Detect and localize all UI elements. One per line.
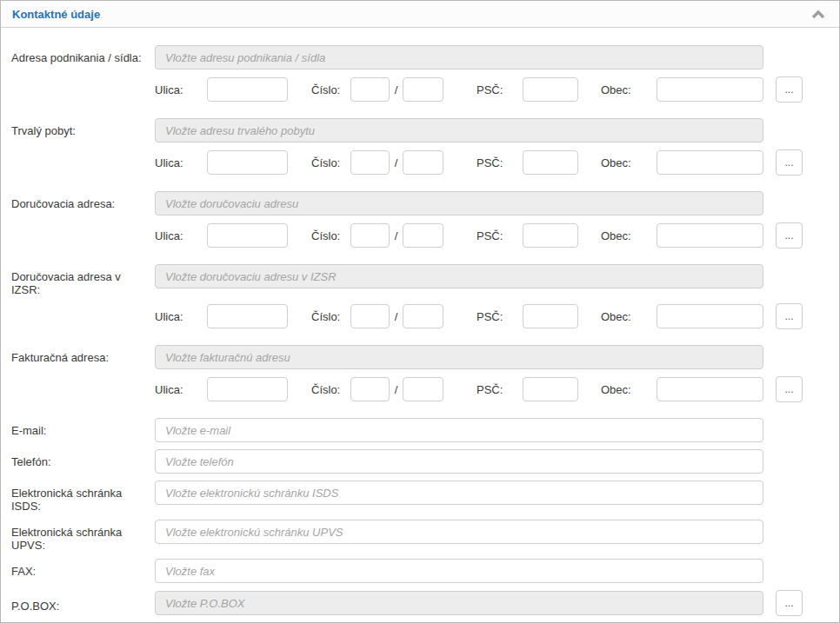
- address-section-business: Adresa podnikania / sídla: Ulica: Číslo:…: [11, 45, 839, 103]
- address-picker-button[interactable]: ...: [776, 76, 803, 103]
- number2-input[interactable]: [403, 150, 443, 175]
- street-input[interactable]: [207, 77, 288, 102]
- number-input[interactable]: [350, 150, 390, 175]
- slash-separator: /: [390, 310, 403, 323]
- billing-address-input: [155, 345, 763, 369]
- contact-form: Adresa podnikania / sídla: Ulica: Číslo:…: [1, 28, 839, 616]
- address-picker-button[interactable]: ...: [776, 303, 803, 329]
- zip-label: PSČ:: [477, 83, 523, 96]
- address-picker-button[interactable]: ...: [776, 149, 803, 176]
- slash-separator: /: [390, 156, 403, 169]
- number2-input[interactable]: [403, 223, 443, 248]
- number-label: Číslo:: [311, 83, 350, 96]
- field-row: Trvalý pobyt:: [11, 118, 839, 142]
- label-spacer: [11, 160, 155, 166]
- address-section-delivery: Doručovacia adresa: Ulica: Číslo: / PSČ:…: [11, 191, 839, 249]
- municipality-input[interactable]: [657, 223, 763, 248]
- field-row-isds: Elektronická schránka ISDS:: [11, 481, 839, 513]
- field-label: Adresa podnikania / sídla:: [11, 45, 155, 64]
- business-address-input: [155, 45, 763, 70]
- address-detail-row: Ulica: Číslo: / PSČ: Obec: ...: [11, 222, 839, 249]
- slash-separator: /: [390, 83, 403, 96]
- municipality-input[interactable]: [657, 304, 763, 328]
- panel-header: Kontaktné údaje: [1, 1, 839, 28]
- address-picker-button[interactable]: ...: [776, 376, 803, 402]
- address-section-billing: Fakturačná adresa: Ulica: Číslo: / PSČ: …: [11, 345, 839, 402]
- delivery-address-izsr-input: [155, 264, 763, 288]
- zip-input[interactable]: [523, 77, 578, 102]
- zip-input[interactable]: [523, 223, 578, 248]
- municipality-label: Obec:: [601, 383, 657, 396]
- pobox-picker-button[interactable]: ...: [776, 590, 803, 616]
- street-input[interactable]: [207, 304, 288, 328]
- number2-input[interactable]: [403, 304, 443, 328]
- pobox-input: [155, 591, 763, 615]
- address-picker-button[interactable]: ...: [776, 222, 803, 249]
- phone-input[interactable]: [155, 449, 763, 474]
- municipality-label: Obec:: [601, 83, 657, 96]
- address-detail-row: Ulica: Číslo: / PSČ: Obec: ...: [11, 376, 839, 402]
- field-row-phone: Telefón:: [11, 449, 839, 474]
- number2-input[interactable]: [403, 377, 443, 401]
- street-label: Ulica:: [155, 229, 207, 242]
- zip-input[interactable]: [523, 150, 578, 175]
- label-spacer: [11, 314, 155, 320]
- number-input[interactable]: [350, 223, 390, 248]
- fax-input[interactable]: [155, 559, 763, 583]
- delivery-address-input: [155, 191, 763, 215]
- field-label: P.O.BOX:: [11, 593, 155, 613]
- field-row-upvs: Elektronická schránka UPVS:: [11, 520, 839, 552]
- email-input[interactable]: [155, 418, 763, 442]
- municipality-label: Obec:: [601, 229, 657, 242]
- address-section-permanent-residence: Trvalý pobyt: Ulica: Číslo: / PSČ: Obec:…: [11, 118, 839, 176]
- municipality-input[interactable]: [657, 150, 763, 175]
- number-label: Číslo:: [311, 229, 350, 242]
- number-input[interactable]: [350, 77, 390, 102]
- panel-title: Kontaktné údaje: [12, 8, 100, 21]
- field-row: Doručovacia adresa v IZSR:: [11, 264, 839, 296]
- field-label: Fakturačná adresa:: [11, 345, 155, 364]
- number-label: Číslo:: [311, 310, 350, 323]
- address-detail-row: Ulica: Číslo: / PSČ: Obec: ...: [11, 303, 839, 329]
- field-label: Telefón:: [11, 449, 155, 468]
- number-input[interactable]: [350, 304, 390, 328]
- zip-input[interactable]: [523, 304, 578, 328]
- field-row: Doručovacia adresa:: [11, 191, 839, 215]
- isds-mailbox-input[interactable]: [155, 481, 763, 505]
- field-label: Elektronická schránka UPVS:: [11, 520, 155, 552]
- number2-input[interactable]: [403, 77, 443, 102]
- street-label: Ulica:: [155, 83, 207, 96]
- field-label: Doručovacia adresa:: [11, 191, 155, 210]
- upvs-mailbox-input[interactable]: [155, 520, 763, 544]
- label-spacer: [11, 233, 155, 239]
- field-label: E-mail:: [11, 418, 155, 437]
- field-label: Doručovacia adresa v IZSR:: [11, 264, 155, 296]
- field-label: Elektronická schránka ISDS:: [11, 481, 155, 513]
- field-row-fax: FAX:: [11, 559, 839, 583]
- street-label: Ulica:: [155, 156, 207, 169]
- zip-label: PSČ:: [477, 156, 523, 169]
- chevron-up-icon[interactable]: [811, 10, 825, 19]
- municipality-label: Obec:: [601, 310, 657, 323]
- permanent-residence-input: [155, 118, 763, 142]
- zip-label: PSČ:: [477, 383, 523, 396]
- number-label: Číslo:: [311, 383, 350, 396]
- field-label: Trvalý pobyt:: [11, 118, 155, 137]
- field-label: FAX:: [11, 559, 155, 578]
- field-row: Fakturačná adresa:: [11, 345, 839, 369]
- street-label: Ulica:: [155, 383, 207, 396]
- zip-label: PSČ:: [477, 229, 523, 242]
- municipality-input[interactable]: [657, 77, 763, 102]
- street-input[interactable]: [207, 377, 288, 401]
- street-label: Ulica:: [155, 310, 207, 323]
- number-input[interactable]: [350, 377, 390, 401]
- street-input[interactable]: [207, 150, 288, 175]
- zip-input[interactable]: [523, 377, 578, 401]
- label-spacer: [11, 87, 155, 93]
- slash-separator: /: [390, 229, 403, 242]
- field-row-pobox: P.O.BOX: ...: [11, 590, 839, 616]
- street-input[interactable]: [207, 223, 288, 248]
- municipality-label: Obec:: [601, 156, 657, 169]
- municipality-input[interactable]: [657, 377, 763, 401]
- address-detail-row: Ulica: Číslo: / PSČ: Obec: ...: [11, 76, 839, 103]
